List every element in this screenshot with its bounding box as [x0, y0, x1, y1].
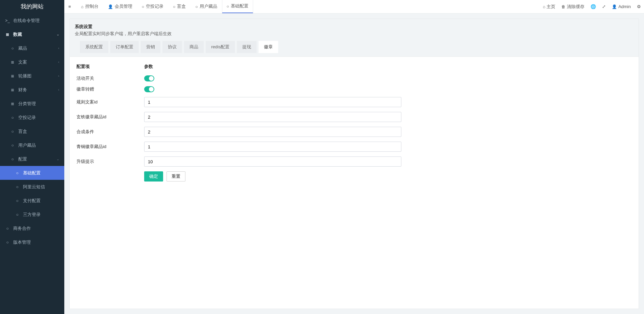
- list-icon: ≣: [10, 74, 15, 78]
- top-tabs: ⌂控制台👤会员管理○空投记录○盲盒○用户藏品○基础配置: [76, 0, 253, 13]
- home-icon: ⌂: [543, 4, 545, 9]
- reset-button[interactable]: 重置: [166, 171, 185, 182]
- form-label: 规则文案id: [76, 95, 144, 110]
- config-tab[interactable]: 提现: [237, 41, 257, 53]
- top-tab[interactable]: ○用户藏品: [191, 0, 222, 13]
- list-icon: ≣: [10, 101, 15, 106]
- sidebar-menu: >_ 在线命令管理 ≣ 数藏 ⌄ ○ 藏品 ‹: [0, 14, 64, 314]
- config-tab[interactable]: 徽章: [259, 41, 278, 53]
- submit-button[interactable]: 确定: [144, 171, 163, 182]
- sidebar-item-basicconfig[interactable]: ○ 基础配置: [0, 166, 64, 180]
- config-tab[interactable]: redis配置: [206, 41, 235, 53]
- form-label: 玄铁徽章藏品id: [76, 110, 144, 124]
- top-tab[interactable]: 👤会员管理: [103, 0, 137, 13]
- settings-button[interactable]: ⚙: [634, 0, 644, 13]
- form-label: 活动开关: [76, 73, 144, 84]
- sidebar-item-carousel[interactable]: ≣ 轮播图 ‹: [0, 69, 64, 83]
- sidebar-item-category[interactable]: ≣ 分类管理: [0, 97, 64, 111]
- sidebar-item-aliyun-sms[interactable]: ○ 阿里云短信: [0, 180, 64, 194]
- sidebar-item-label: 在线命令管理: [13, 18, 40, 24]
- text-input[interactable]: [144, 156, 401, 167]
- text-input[interactable]: [144, 97, 401, 107]
- sidebar-item-label: 三方登录: [23, 212, 41, 218]
- top-tab[interactable]: ○盲盒: [168, 0, 191, 13]
- text-input[interactable]: [144, 112, 401, 122]
- gear-icon: ⚙: [637, 4, 641, 9]
- home-button[interactable]: ⌂ 主页: [540, 0, 558, 13]
- content-panel: 系统设置 全局配置实时同步客户端，用户重启客户端后生效 系统配置订单配置营销协议…: [69, 19, 639, 309]
- chevron-left-icon: ‹: [58, 74, 59, 78]
- tab-label: 会员管理: [115, 4, 132, 9]
- sidebar-item-payment[interactable]: ○ 支付配置: [0, 194, 64, 208]
- tab-icon: ⌂: [81, 4, 84, 9]
- config-tab[interactable]: 商品: [184, 41, 204, 53]
- circle-icon: ○: [15, 185, 20, 189]
- expand-icon: ⤢: [602, 4, 606, 9]
- terminal-icon: >_: [5, 18, 10, 23]
- list-icon: ≣: [10, 60, 15, 65]
- brand-title: 我的网站: [0, 0, 64, 14]
- chevron-left-icon: ‹: [58, 60, 59, 64]
- text-input[interactable]: [144, 142, 401, 152]
- clear-cache-button[interactable]: 🗑 清除缓存: [558, 0, 587, 13]
- form-control-cell: [144, 84, 632, 95]
- tab-label: 盲盒: [177, 4, 186, 9]
- form-label: 青铜徽章藏品id: [76, 139, 144, 154]
- toggle-sidebar-button[interactable]: ≡: [64, 0, 75, 13]
- panel-subtitle: 全局配置实时同步客户端，用户重启客户端后生效: [75, 31, 634, 37]
- sidebar-item-thirdlogin[interactable]: ○ 三方登录: [0, 208, 64, 221]
- sidebar-item-label: 阿里云短信: [23, 184, 45, 190]
- sidebar-submenu-shucang: ○ 藏品 ‹ ≣ 文案 ‹ ≣ 轮播图 ‹: [0, 41, 64, 221]
- circle-icon: ○: [15, 212, 20, 217]
- sidebar-item-usercollection[interactable]: ○ 用户藏品: [0, 138, 64, 152]
- sidebar-group-label: 数藏: [13, 31, 22, 38]
- sidebar-item-version[interactable]: ○ 版本管理: [0, 235, 64, 249]
- sidebar-item-airdrop[interactable]: ○ 空投记录: [0, 111, 64, 124]
- sidebar-item-blindbox[interactable]: ○ 盲盒: [0, 124, 64, 138]
- toggle-switch[interactable]: [144, 86, 154, 92]
- form-row: 合成条件: [76, 124, 632, 139]
- form-label: 升级提示: [76, 154, 144, 169]
- toggle-switch[interactable]: [144, 75, 154, 81]
- top-tab[interactable]: ○基础配置: [222, 0, 253, 13]
- list-icon: ≣: [10, 88, 15, 92]
- admin-menu[interactable]: 👤 Admin: [609, 0, 634, 13]
- config-tab[interactable]: 系统配置: [80, 41, 108, 53]
- fullscreen-button[interactable]: ⤢: [599, 0, 609, 13]
- sidebar-item-label: 商务合作: [13, 225, 31, 232]
- main-area: ≡ ⌂控制台👤会员管理○空投记录○盲盒○用户藏品○基础配置 ⌂ 主页 🗑 清除缓…: [64, 0, 644, 314]
- text-input[interactable]: [144, 127, 401, 137]
- admin-label: Admin: [618, 4, 631, 9]
- circle-icon: ○: [10, 157, 15, 162]
- language-button[interactable]: 🌐: [587, 0, 599, 13]
- circle-icon: ○: [10, 129, 15, 134]
- sidebar-item-cmd[interactable]: >_ 在线命令管理: [0, 14, 64, 27]
- sidebar-item-config[interactable]: ○ 配置 ⌄: [0, 152, 64, 166]
- sidebar-item-label: 轮播图: [18, 73, 31, 79]
- sidebar-item-finance[interactable]: ≣ 财务 ‹: [0, 83, 64, 97]
- tab-icon: ○: [195, 4, 198, 9]
- sidebar-item-label: 盲盒: [18, 128, 27, 135]
- tab-icon: ○: [173, 4, 175, 9]
- sidebar: 我的网站 >_ 在线命令管理 ≣ 数藏 ⌄: [0, 0, 64, 314]
- tab-icon: 👤: [108, 4, 113, 9]
- circle-icon: ○: [5, 226, 10, 231]
- form-label: 徽章转赠: [76, 84, 144, 95]
- sidebar-item-collection[interactable]: ○ 藏品 ‹: [0, 41, 64, 55]
- top-tab[interactable]: ○空投记录: [137, 0, 168, 13]
- tab-label: 基础配置: [231, 3, 248, 9]
- topbar: ≡ ⌂控制台👤会员管理○空投记录○盲盒○用户藏品○基础配置 ⌂ 主页 🗑 清除缓…: [64, 0, 644, 14]
- top-tab[interactable]: ⌂控制台: [76, 0, 103, 13]
- form-header-val: 参数: [144, 61, 632, 73]
- sidebar-item-copywriting[interactable]: ≣ 文案 ‹: [0, 55, 64, 69]
- list-icon: ≣: [5, 32, 10, 37]
- config-tab[interactable]: 订单配置: [110, 41, 139, 53]
- form-header-key: 配置项: [76, 61, 144, 73]
- sidebar-item-biz[interactable]: ○ 商务合作: [0, 221, 64, 235]
- config-tabs: 系统配置订单配置营销协议商品redis配置提现徽章: [75, 41, 634, 53]
- config-tab[interactable]: 营销: [141, 41, 160, 53]
- tab-icon: ○: [227, 4, 229, 9]
- sidebar-item-label: 藏品: [18, 45, 27, 51]
- sidebar-group-shucang[interactable]: ≣ 数藏 ⌄: [0, 27, 64, 41]
- config-tab[interactable]: 协议: [162, 41, 182, 53]
